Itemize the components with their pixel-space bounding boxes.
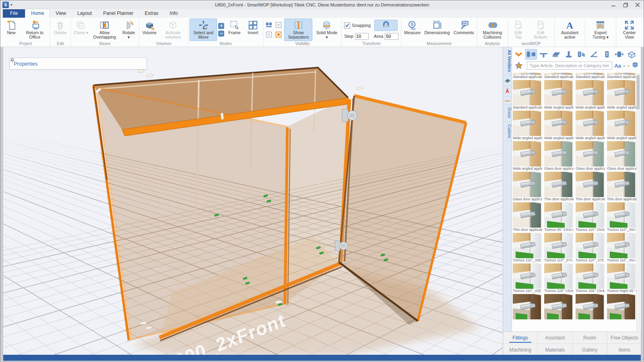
fitting-item[interactable]: Thin door applicatio... [576,172,605,202]
panel-tab-fittings[interactable]: Fittings [503,332,538,343]
fitting-thumbnail[interactable] [544,172,574,197]
fitting-item[interactable]: Standard applicatio... [513,73,542,79]
panel-tab-items[interactable]: Items [607,344,642,356]
magnet-snap-button[interactable] [374,20,398,31]
fitting-item[interactable]: Tiomos 110°_30A Cl... [607,202,636,232]
fitting-item[interactable]: Tiomos 110° Click-on [576,202,605,232]
activate-volumes-button[interactable]: Activate volumes [159,19,187,41]
visibility-panels-button[interactable] [266,22,272,29]
add-button[interactable]: + [218,23,224,29]
favorites-star-icon[interactable] [513,60,525,71]
fitting-thumbnail[interactable] [513,73,542,75]
fitting-thumbnail[interactable] [544,294,574,319]
vendor-logo-a[interactable]: Ä [503,86,512,97]
volume-button[interactable]: Volume [140,19,158,41]
fitting-item[interactable]: Glass door applicati... [513,172,542,202]
rotate-button[interactable]: Rotate ▾ [120,19,138,41]
fitting-item[interactable]: Thin door applicatio... [607,172,636,202]
delete-button[interactable]: Delete [52,19,69,41]
menu-tab-info[interactable]: Info [164,9,184,18]
center-view-button[interactable]: Center View [617,19,642,47]
fitting-item[interactable]: Glass door applicati... [576,141,605,171]
fitting-item[interactable] [544,294,574,319]
frame-button[interactable]: Frame [225,19,243,41]
fitting-thumbnail[interactable] [544,141,574,167]
fitting-thumbnail[interactable] [544,73,574,75]
fitting-item[interactable]: Glass door applicati... [607,141,636,171]
fitting-thumbnail[interactable] [544,233,574,258]
allow-overlapping-button[interactable]: Allow Overlapping [91,19,119,41]
fitting-item[interactable] [513,294,542,319]
quick-access-caret-icon[interactable]: ▾ [10,3,12,7]
fitting-thumbnail[interactable] [513,172,542,197]
fitting-thumbnail[interactable] [544,80,574,105]
menu-tab-extras[interactable]: Extras [139,9,164,18]
text-size-toggle[interactable]: Aa [614,63,621,69]
fitting-thumbnail[interactable] [576,172,605,197]
fitting-thumbnail[interactable] [607,73,636,75]
fitting-thumbnail[interactable] [607,202,636,228]
show-separators-button[interactable]: Show Separators [284,19,312,41]
clone-button[interactable]: Clone ▾ [72,19,90,41]
menu-tab-view[interactable]: View [50,9,72,18]
fitting-thumbnail[interactable] [544,263,574,289]
search-input[interactable] [527,62,612,70]
language-globe-icon[interactable] [632,62,638,70]
fitting-thumbnail[interactable] [513,80,542,105]
fitting-thumbnail[interactable] [607,172,636,197]
snapping-toggle[interactable]: Snapping [344,23,371,29]
flap-stay-category-icon[interactable] [588,49,600,60]
measure-button[interactable]: SMeasure [402,19,422,41]
export-tuning-button[interactable]: Export Tuning ▾ [586,19,614,45]
fitting-item[interactable]: Tiomos 110°_30E Cl... [513,233,542,263]
fitting-item[interactable]: Tiomos 110°_37E Cl... [576,233,605,263]
3d-viewport[interactable]: U800_2xFront [3,47,503,356]
scrollbar-thumb[interactable] [637,75,640,109]
step-input[interactable] [355,33,369,40]
fitting-thumbnail[interactable] [576,141,605,167]
remove-button[interactable]: − [218,31,224,37]
fitting-thumbnail[interactable] [576,294,605,319]
machining-collisions-button[interactable]: Machining Collisions [479,19,506,41]
fitting-thumbnail[interactable] [513,202,542,228]
fitting-thumbnail[interactable] [513,263,542,289]
connector-category-icon[interactable] [613,49,625,60]
fitting-item[interactable]: Wide angled applica... [576,80,605,110]
menu-tab-file[interactable]: File [3,9,25,18]
fitting-item[interactable]: Standard applicatio... [576,73,605,79]
fitting-item[interactable]: Wide angled applica... [607,80,636,110]
fitting-item[interactable]: Wide angled applica... [513,111,542,140]
fitting-thumbnail[interactable] [513,294,542,319]
fitting-item[interactable]: Wide angled applica... [544,80,574,110]
fitting-item[interactable]: Wide angled applica... [576,111,605,140]
fitting-item[interactable]: Thin door applicatio... [513,202,542,232]
fitting-thumbnail[interactable] [607,111,636,136]
panel-tab-gallery[interactable]: Gallery [573,344,607,356]
restore-button[interactable] [619,0,632,9]
fitting-item[interactable]: Glass door applicati... [544,141,574,171]
fitting-thumbnail[interactable] [576,80,605,105]
menu-tab-panel-planner[interactable]: Panel Planner [97,9,139,18]
vendor-logo-orange[interactable]: ▬▬ [503,97,512,105]
fitting-item[interactable]: Wide angled applica... [607,111,636,140]
panel-tab-machining[interactable]: Machining [503,344,538,356]
visibility-inner-gray-button[interactable] [275,22,282,29]
app-logo-icon[interactable]: S [2,2,9,8]
visibility-inner-orange-button[interactable] [275,31,282,38]
snapping-checkbox[interactable] [344,23,350,29]
fitting-thumbnail[interactable] [513,141,542,167]
fitting-item[interactable]: Tiomos 110°_45A Cl... [607,233,636,263]
fitting-thumbnail[interactable] [576,73,605,75]
solid-mode-button[interactable]: Solid Mode ▾ [313,19,340,41]
fitting-item[interactable]: Tiomos 120° Click-on [544,263,574,293]
hinge-category-icon[interactable] [525,49,537,60]
quote-search-toggle[interactable]: « » [623,64,630,68]
minimize-button[interactable] [607,0,619,9]
close-button[interactable] [632,0,644,9]
vendor-logo-stripes[interactable] [503,75,512,86]
fitting-thumbnail[interactable] [513,111,542,136]
panel-tab-room[interactable]: Room [573,332,607,343]
fitting-thumbnail[interactable] [607,233,636,258]
fitting-item[interactable]: Tiomos 95° Click-on [544,202,574,232]
shelf-support-category-icon[interactable] [538,49,549,60]
